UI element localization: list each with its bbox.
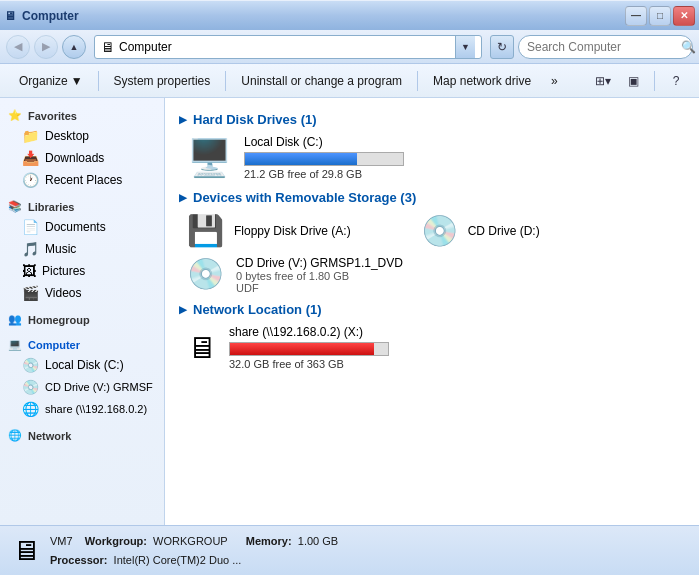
hard-disk-header: ▶ Hard Disk Drives (1) [179,112,685,127]
local-disk-icon: 💿 [22,357,39,373]
memory-label: Memory: [246,535,292,547]
local-disk-item[interactable]: 🖥️ Local Disk (C:) 21.2 GB free of 29.8 … [179,135,685,180]
floppy-item[interactable]: 💾 Floppy Disk Drive (A:) [187,213,351,248]
network-header[interactable]: 🌐 Network [0,426,164,445]
status-line-1: VM7 Workgroup: WORKGROUP Memory: 1.00 GB [50,532,338,551]
cd-drive-d-item[interactable]: 💿 CD Drive (D:) [421,213,540,248]
music-icon: 🎵 [22,241,39,257]
computer-name: VM7 [50,535,73,547]
cd-drive-v-info: CD Drive (V:) GRMSP1.1_DVD 0 bytes free … [236,256,403,294]
toolbar: Organize ▼ System properties Uninstall o… [0,64,699,98]
local-disk-bar-container [244,152,404,166]
removable-title: Devices with Removable Storage (3) [193,190,416,205]
close-button[interactable]: ✕ [673,6,695,26]
network-share-bar [230,343,374,355]
homegroup-section: 👥 Homegroup [0,310,164,329]
sidebar-item-cd-drive[interactable]: 💿 CD Drive (V:) GRMSF [0,376,164,398]
cd-drive-v-name: CD Drive (V:) GRMSP1.1_DVD [236,256,403,270]
network-sidebar-icon: 🌐 [8,429,22,442]
removable-header: ▶ Devices with Removable Storage (3) [179,190,685,205]
map-network-button[interactable]: Map network drive [424,68,540,94]
documents-label: Documents [45,220,106,234]
homegroup-icon: 👥 [8,313,22,326]
sidebar-item-local-disk[interactable]: 💿 Local Disk (C:) [0,354,164,376]
toolbar-separator-3 [417,71,418,91]
homegroup-label: Homegroup [28,314,90,326]
title-bar: 🖥 Computer — □ ✕ [0,0,699,30]
hard-disk-title: Hard Disk Drives (1) [193,112,317,127]
help-button[interactable]: ? [663,68,689,94]
overflow-button[interactable]: » [542,68,567,94]
computer-header[interactable]: 💻 Computer [0,335,164,354]
cd-drive-sidebar-icon: 💿 [22,379,39,395]
refresh-button[interactable]: ↻ [490,35,514,59]
floppy-cd-row: 💾 Floppy Disk Drive (A:) 💿 CD Drive (D:) [179,213,685,248]
sidebar-item-documents[interactable]: 📄 Documents [0,216,164,238]
hard-disk-arrow[interactable]: ▶ [179,114,187,125]
sidebar-item-pictures[interactable]: 🖼 Pictures [0,260,164,282]
favorites-icon: ⭐ [8,109,22,122]
window-icon: 🖥 [4,9,16,23]
address-path: Computer [119,40,451,54]
search-icon: 🔍 [681,40,696,54]
pictures-label: Pictures [42,264,85,278]
network-share-item[interactable]: 🖥 share (\\192.168.0.2) (X:) 32.0 GB fre… [179,325,685,370]
computer-label: Computer [28,339,80,351]
sidebar-item-downloads[interactable]: 📥 Downloads [0,147,164,169]
downloads-icon: 📥 [22,150,39,166]
cd-drive-d-info: CD Drive (D:) [468,224,540,238]
search-bar: 🔍 [518,35,693,59]
status-bar: 🖥 VM7 Workgroup: WORKGROUP Memory: 1.00 … [0,525,699,575]
status-line-2: Processor: Intel(R) Core(TM)2 Duo ... [50,551,338,570]
share-label: share (\\192.168.0.2) [45,403,147,415]
organize-button[interactable]: Organize ▼ [10,68,92,94]
title-bar-left: 🖥 Computer [4,9,79,23]
up-button[interactable]: ▲ [62,35,86,59]
cd-drive-v-item[interactable]: 💿 CD Drive (V:) GRMSP1.1_DVD 0 bytes fre… [179,256,685,294]
forward-button[interactable]: ▶ [34,35,58,59]
view-options-button[interactable]: ⊞▾ [590,68,616,94]
network-share-icon: 🖥 [187,331,217,365]
network-arrow[interactable]: ▶ [179,304,187,315]
back-button[interactable]: ◀ [6,35,30,59]
network-share-name: share (\\192.168.0.2) (X:) [229,325,685,339]
floppy-info: Floppy Disk Drive (A:) [234,224,351,238]
maximize-button[interactable]: □ [649,6,671,26]
libraries-label: Libraries [28,201,74,213]
cd-drive-d-name: CD Drive (D:) [468,224,540,238]
downloads-label: Downloads [45,151,104,165]
toolbar-separator-2 [225,71,226,91]
uninstall-button[interactable]: Uninstall or change a program [232,68,411,94]
local-disk-bar [245,153,357,165]
cd-drive-v-sub2: UDF [236,282,403,294]
documents-icon: 📄 [22,219,39,235]
computer-section: 💻 Computer 💿 Local Disk (C:) 💿 CD Drive … [0,335,164,420]
desktop-icon: 📁 [22,128,39,144]
nav-bar: ◀ ▶ ▲ 🖥 Computer ▼ ↻ 🔍 [0,30,699,64]
homegroup-header[interactable]: 👥 Homegroup [0,310,164,329]
search-input[interactable] [527,40,677,54]
memory-value: 1.00 GB [298,535,338,547]
sidebar-item-share[interactable]: 🌐 share (\\192.168.0.2) [0,398,164,420]
removable-arrow[interactable]: ▶ [179,192,187,203]
address-bar: 🖥 Computer ▼ [94,35,482,59]
libraries-section: 📚 Libraries 📄 Documents 🎵 Music 🖼 Pictur… [0,197,164,304]
network-share-free: 32.0 GB free of 363 GB [229,358,685,370]
cd-drive-v-icon: 💿 [187,256,224,291]
sidebar-item-recent[interactable]: 🕐 Recent Places [0,169,164,191]
cd-drive-d-icon: 💿 [421,213,458,248]
sidebar-item-desktop[interactable]: 📁 Desktop [0,125,164,147]
preview-pane-button[interactable]: ▣ [620,68,646,94]
system-properties-button[interactable]: System properties [105,68,220,94]
cd-drive-v-sub1: 0 bytes free of 1.80 GB [236,270,403,282]
network-location-header: ▶ Network Location (1) [179,302,685,317]
workgroup-value: WORKGROUP [153,535,227,547]
minimize-button[interactable]: — [625,6,647,26]
local-disk-drive-icon: 🖥️ [187,137,232,179]
content-area: ▶ Hard Disk Drives (1) 🖥️ Local Disk (C:… [165,98,699,525]
sidebar-item-music[interactable]: 🎵 Music [0,238,164,260]
cd-drive-label: CD Drive (V:) GRMSF [45,381,153,393]
address-dropdown[interactable]: ▼ [455,36,475,58]
sidebar-item-videos[interactable]: 🎬 Videos [0,282,164,304]
favorites-section: ⭐ Favorites 📁 Desktop 📥 Downloads 🕐 Rece… [0,106,164,191]
